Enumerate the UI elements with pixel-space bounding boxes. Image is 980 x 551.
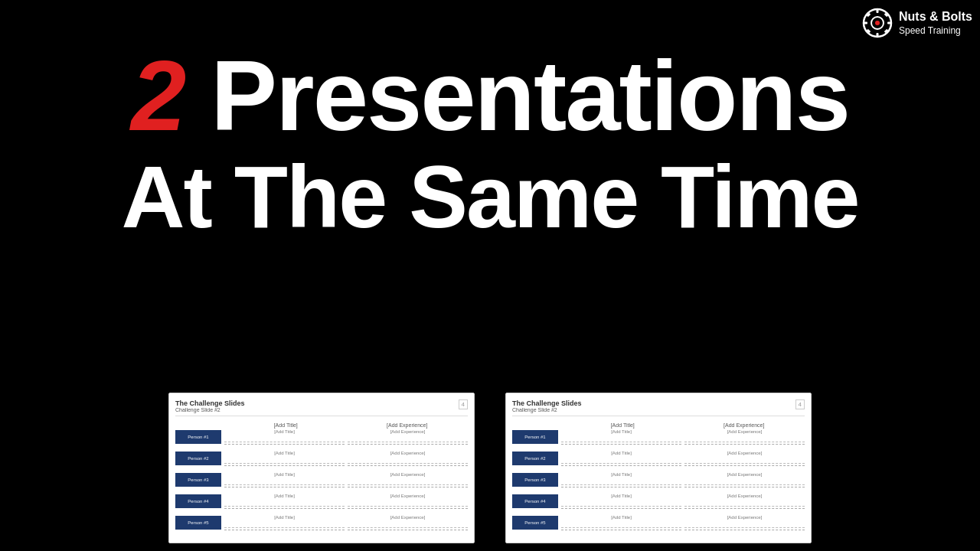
- person-bar-1-4: Person #4: [175, 494, 221, 508]
- title-field-2-4: [Add Title]: [561, 494, 681, 509]
- person-bar-2-2: Person #2: [512, 452, 558, 465]
- row-fields-1-4: [Add Title] [Add Experience]: [224, 494, 468, 509]
- logo-text: Nuts & Bolts Speed Training: [899, 9, 972, 37]
- headline-presentations: Presentations: [211, 40, 849, 152]
- exp-field-2-5: [Add Experience]: [684, 515, 805, 530]
- slide-title-1: The Challenge Slides: [175, 399, 245, 407]
- brand-tagline: Speed Training: [899, 25, 972, 37]
- person-bar-1-2: Person #2: [175, 452, 221, 465]
- person-bar-2-5: Person #5: [512, 516, 558, 530]
- headline-number: 2: [131, 40, 185, 152]
- slide-row-1-4: Person #4 [Add Title] [Add Experience]: [175, 494, 468, 509]
- row-fields-2-5: [Add Title] [Add Experience]: [561, 515, 805, 530]
- person-bar-1-1: Person #1: [175, 430, 221, 444]
- slide-row-2-2: Person #2 [Add Title] [Add Experience]: [512, 451, 805, 466]
- slide-row-1-1: Person #1 [Add Title] [Add Experience]: [175, 429, 468, 445]
- slide-row-1-3: Person #3 [Add Title] [Add Experience]: [175, 472, 468, 487]
- slide-row-2-3: Person #3 [Add Title] [Add Experience]: [512, 472, 805, 487]
- person-bar-1-3: Person #3: [175, 473, 221, 487]
- slide-subtitle-2: Challenge Slide #2: [512, 407, 582, 412]
- row-fields-1-3: [Add Title] [Add Experience]: [224, 472, 468, 487]
- slide-subtitle-1: Challenge Slide #2: [175, 407, 245, 412]
- row-fields-2-4: [Add Title] [Add Experience]: [561, 494, 805, 509]
- slide-table-2: [Add Title] [Add Experience] Person #1 […: [512, 421, 805, 530]
- title-field-1-2: [Add Title]: [224, 451, 345, 466]
- person-bar-2-4: Person #4: [512, 494, 558, 508]
- slide-header-1: The Challenge Slides Challenge Slide #2 …: [175, 399, 468, 416]
- exp-field-1-3: [Add Experience]: [348, 472, 468, 487]
- title-field-2-1: [Add Title]: [561, 429, 681, 445]
- slide-thumbnail-1: The Challenge Slides Challenge Slide #2 …: [168, 393, 475, 543]
- svg-rect-4: [877, 33, 879, 37]
- exp-field-1-2: [Add Experience]: [348, 451, 468, 466]
- main-container: Nuts & Bolts Speed Training 2 Presentati…: [0, 0, 980, 551]
- person-bar-2-1: Person #1: [512, 430, 558, 444]
- title-field-2-2: [Add Title]: [561, 451, 681, 466]
- person-bar-2-3: Person #3: [512, 473, 558, 487]
- svg-rect-5: [864, 22, 867, 24]
- exp-field-1-5: [Add Experience]: [348, 515, 468, 530]
- title-field-2-3: [Add Title]: [561, 472, 681, 487]
- row-fields-1-5: [Add Title] [Add Experience]: [224, 515, 468, 530]
- col-title-header-1: [Add Title]: [225, 422, 347, 428]
- slide-table-1: [Add Title] [Add Experience] Person #1 […: [175, 421, 468, 530]
- exp-field-2-4: [Add Experience]: [684, 494, 805, 509]
- slide-page-1: 4: [459, 399, 468, 409]
- headline-line2: At The Same Time: [0, 153, 980, 241]
- exp-field-1-1: [Add Experience]: [348, 429, 468, 445]
- exp-field-2-1: [Add Experience]: [684, 429, 805, 445]
- title-field-1-1: [Add Title]: [224, 429, 345, 445]
- slide-titles-2: The Challenge Slides Challenge Slide #2: [512, 399, 582, 412]
- slide-row-2-1: Person #1 [Add Title] [Add Experience]: [512, 429, 805, 445]
- title-field-1-4: [Add Title]: [224, 494, 345, 509]
- row-fields-1-2: [Add Title] [Add Experience]: [224, 451, 468, 466]
- exp-field-1-4: [Add Experience]: [348, 494, 468, 509]
- slide-row-1-2: Person #2 [Add Title] [Add Experience]: [175, 451, 468, 466]
- exp-field-2-2: [Add Experience]: [684, 451, 805, 466]
- title-field-1-5: [Add Title]: [224, 515, 345, 530]
- slide-titles-1: The Challenge Slides Challenge Slide #2: [175, 399, 245, 412]
- svg-rect-3: [877, 9, 879, 13]
- row-fields-2-3: [Add Title] [Add Experience]: [561, 472, 805, 487]
- svg-point-2: [875, 21, 880, 25]
- brand-name: Nuts & Bolts: [899, 9, 972, 25]
- svg-rect-6: [887, 22, 891, 24]
- slide-table-header-1: [Add Title] [Add Experience]: [225, 421, 468, 429]
- col-exp-header-1: [Add Experience]: [347, 422, 469, 428]
- slides-container: The Challenge Slides Challenge Slide #2 …: [0, 393, 980, 543]
- row-fields-2-1: [Add Title] [Add Experience]: [561, 429, 805, 445]
- logo-area: Nuts & Bolts Speed Training: [862, 8, 972, 38]
- col-exp-header-2: [Add Experience]: [684, 422, 805, 428]
- row-fields-2-2: [Add Title] [Add Experience]: [561, 451, 805, 466]
- col-title-header-2: [Add Title]: [562, 422, 684, 428]
- slide-header-2: The Challenge Slides Challenge Slide #2 …: [512, 399, 805, 416]
- row-fields-1-1: [Add Title] [Add Experience]: [224, 429, 468, 445]
- person-bar-1-5: Person #5: [175, 516, 221, 530]
- slide-title-2: The Challenge Slides: [512, 399, 582, 407]
- slide-page-2: 4: [795, 399, 805, 409]
- slide-table-header-2: [Add Title] [Add Experience]: [562, 421, 805, 429]
- slide-thumbnail-2: The Challenge Slides Challenge Slide #2 …: [505, 393, 812, 543]
- slide-row-1-5: Person #5 [Add Title] [Add Experience]: [175, 515, 468, 530]
- logo-icon: [862, 8, 893, 38]
- headline: 2 Presentations At The Same Time: [0, 46, 980, 241]
- title-field-2-5: [Add Title]: [561, 515, 681, 530]
- slide-row-2-4: Person #4 [Add Title] [Add Experience]: [512, 494, 805, 509]
- headline-line1: 2 Presentations: [0, 46, 980, 145]
- slide-row-2-5: Person #5 [Add Title] [Add Experience]: [512, 515, 805, 530]
- title-field-1-3: [Add Title]: [224, 472, 345, 487]
- exp-field-2-3: [Add Experience]: [684, 472, 805, 487]
